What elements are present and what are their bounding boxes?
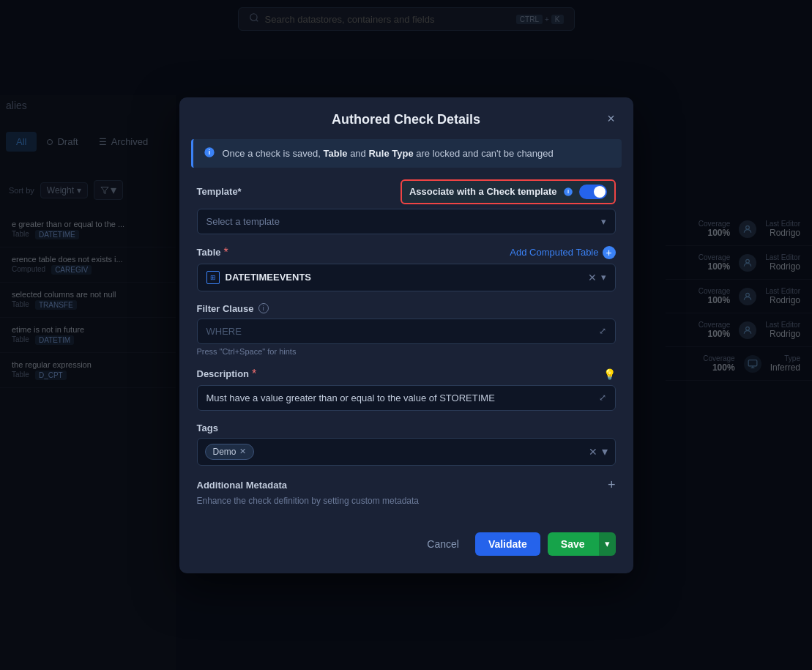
tags-label: Tags — [197, 423, 616, 433]
svg-text:i: i — [567, 188, 568, 195]
description-text: Must have a value greater than or equal … — [206, 392, 599, 403]
toggle-info-icon: i — [563, 187, 573, 197]
tag-chip-remove-icon[interactable]: ✕ — [239, 447, 246, 456]
filter-input[interactable]: WHERE ⤢ — [197, 319, 616, 344]
filter-hint: Press "Ctrl+Space" for hints — [197, 347, 616, 356]
additional-meta-plus-icon[interactable]: + — [608, 477, 616, 493]
table-row-header: Table * Add Computed Table + — [197, 246, 616, 259]
table-clear-icon[interactable]: ✕ — [588, 272, 597, 283]
tag-chip-demo: Demo ✕ — [205, 444, 254, 460]
description-input[interactable]: Must have a value greater than or equal … — [197, 385, 616, 411]
svg-text:i: i — [208, 148, 209, 155]
filter-placeholder: WHERE — [206, 326, 242, 337]
table-form-row: Table * Add Computed Table + ⊞ DATETIMEE… — [197, 246, 616, 291]
filter-form-row: Filter Clause i WHERE ⤢ Press "Ctrl+Spac… — [197, 303, 616, 356]
associate-toggle-switch[interactable] — [579, 185, 607, 199]
additional-meta-title: Additional Metadata — [197, 480, 288, 491]
add-computed-label: Add Computed Table — [510, 247, 598, 258]
filter-label: Filter Clause — [197, 303, 254, 314]
filter-label-row: Filter Clause i — [197, 303, 616, 314]
add-computed-button[interactable]: Add Computed Table + — [510, 246, 615, 259]
add-computed-plus-icon: + — [603, 246, 616, 259]
info-icon: i — [204, 146, 215, 160]
modal-header: Authored Check Details × — [179, 97, 633, 139]
modal-footer: Cancel Validate Save ▾ — [179, 518, 633, 556]
additional-meta-header: Additional Metadata + — [197, 477, 616, 493]
description-expand-icon[interactable]: ⤢ — [599, 392, 606, 403]
associate-toggle-label: Associate with a Check template — [409, 186, 557, 197]
additional-meta-desc: Enhance the check definition by setting … — [197, 496, 616, 506]
tags-chevron-icon[interactable]: ▾ — [602, 444, 608, 458]
tags-controls: ✕ ▾ — [589, 444, 608, 458]
template-select[interactable]: Select a template ▾ — [197, 209, 616, 234]
toggle-knob — [594, 186, 606, 198]
template-row-header: Template* Associate with a Check templat… — [197, 179, 616, 204]
table-label: Table * — [197, 246, 228, 259]
modal-dialog: Authored Check Details × i Once a check … — [179, 97, 633, 573]
table-select[interactable]: ⊞ DATETIMEEVENTS ✕ ▾ — [197, 264, 616, 291]
info-banner-text: Once a check is saved, Table and Rule Ty… — [223, 148, 554, 159]
lightbulb-icon: 💡 — [603, 368, 616, 380]
save-dropdown-button[interactable]: ▾ — [598, 532, 616, 556]
table-grid-icon: ⊞ — [206, 271, 220, 284]
description-label-row: Description * 💡 — [197, 368, 616, 381]
filter-expand-icon[interactable]: ⤢ — [599, 326, 606, 336]
template-chevron-icon: ▾ — [601, 216, 606, 227]
table-chevron-icon[interactable]: ▾ — [601, 272, 606, 283]
tags-clear-icon[interactable]: ✕ — [589, 446, 597, 458]
description-label: Description * — [197, 368, 257, 381]
validate-button[interactable]: Validate — [475, 532, 540, 556]
filter-info-icon: i — [258, 303, 269, 313]
associate-toggle-box[interactable]: Associate with a Check template i — [401, 179, 616, 204]
modal-body: Template* Associate with a Check templat… — [179, 179, 633, 506]
table-name-value: DATETIMEEVENTS — [226, 272, 582, 283]
table-controls: ✕ ▾ — [588, 272, 606, 283]
tags-form-row: Tags Demo ✕ ✕ ▾ — [197, 423, 616, 466]
tags-input[interactable]: Demo ✕ ✕ ▾ — [197, 438, 616, 466]
close-button[interactable]: × — [601, 109, 622, 130]
description-form-row: Description * 💡 Must have a value greate… — [197, 368, 616, 411]
template-form-row: Template* Associate with a Check templat… — [197, 179, 616, 234]
template-placeholder: Select a template — [206, 216, 280, 227]
cancel-button[interactable]: Cancel — [418, 532, 468, 556]
template-label: Template* — [197, 186, 242, 197]
info-banner: i Once a check is saved, Table and Rule … — [191, 139, 622, 168]
additional-meta-row: Additional Metadata + Enhance the check … — [197, 477, 616, 506]
save-dropdown-chevron-icon: ▾ — [605, 538, 610, 549]
save-button-group: Save ▾ — [548, 532, 616, 556]
modal-title: Authored Check Details — [332, 112, 480, 127]
save-button[interactable]: Save — [548, 532, 598, 556]
tag-chip-label: Demo — [213, 447, 236, 457]
